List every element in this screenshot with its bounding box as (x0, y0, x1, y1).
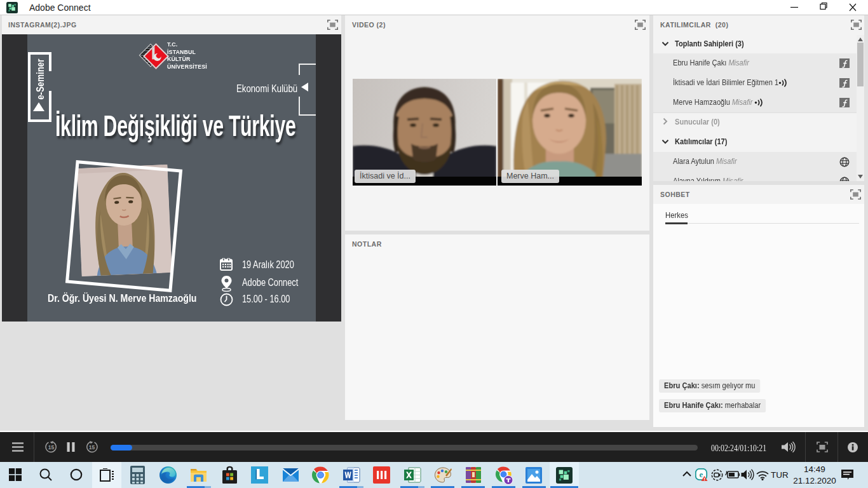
svg-text:15: 15 (48, 444, 55, 451)
svg-text:15: 15 (89, 444, 95, 451)
svg-text:e: e (700, 470, 703, 479)
